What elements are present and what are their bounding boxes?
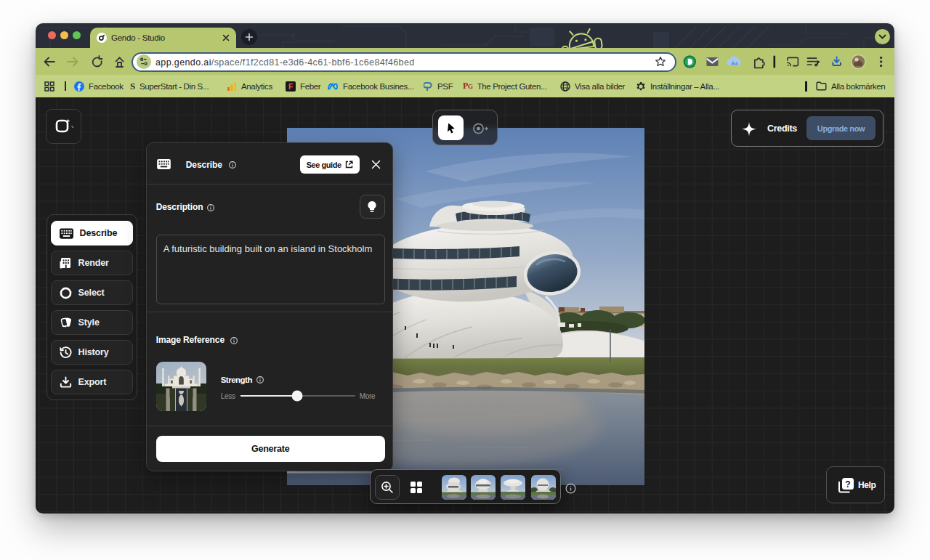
svg-text:F: F: [288, 83, 293, 91]
svg-text:?: ?: [845, 479, 850, 490]
